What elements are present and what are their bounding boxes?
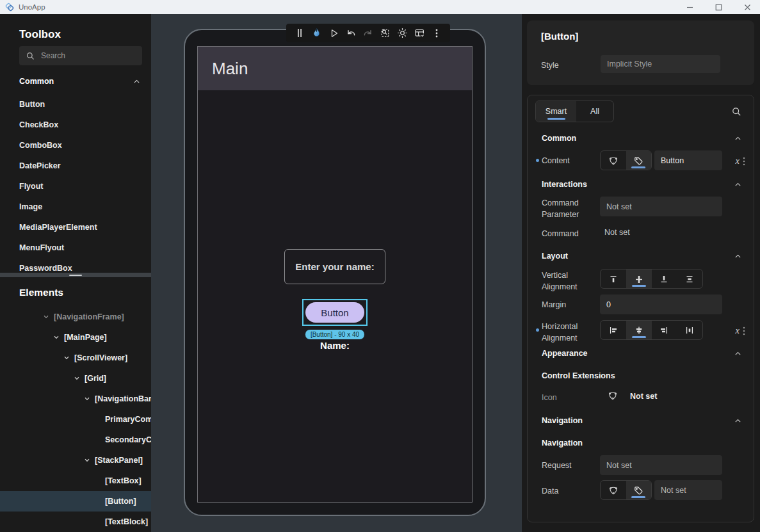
binding-icon[interactable] <box>601 481 626 499</box>
chevron-down-icon[interactable] <box>79 395 95 403</box>
chevron-up-icon[interactable] <box>734 417 742 425</box>
align-left-icon[interactable] <box>601 321 626 339</box>
tree-item-navigationframe[interactable]: [NavigationFrame] <box>0 307 151 327</box>
sidebar-splitter-handle[interactable] <box>0 273 151 277</box>
properties-card: Smart All Common Content <box>527 95 754 522</box>
chevron-down-icon[interactable] <box>59 354 74 362</box>
chevron-up-icon[interactable] <box>734 350 742 358</box>
align-top-icon[interactable] <box>601 270 626 288</box>
toolbox-section-common[interactable]: Common <box>19 77 141 86</box>
uno-designer-window: UnoApp Toolbox Common <box>0 0 760 532</box>
elements-title: Elements <box>19 287 63 298</box>
tab-all[interactable]: All <box>576 101 613 122</box>
section-label: Common <box>19 77 54 86</box>
tree-item-scrollviewer[interactable]: [ScrollViewer] <box>0 348 151 368</box>
tree-item-button[interactable]: [Button] <box>0 491 151 512</box>
section-appearance[interactable]: Appearance <box>542 349 742 358</box>
hot-reload-flame-icon[interactable] <box>310 26 324 40</box>
icon-value[interactable]: Not set <box>630 392 657 401</box>
selected-element-card: [Button] Style Implicit Style <box>527 20 754 85</box>
theme-sun-icon[interactable] <box>396 26 410 40</box>
chevron-up-icon[interactable] <box>133 77 141 86</box>
tree-item-secondarycommands[interactable]: SecondaryCo <box>0 430 151 450</box>
inspect-icon[interactable] <box>378 26 392 40</box>
xaml-x-icon[interactable]: x <box>736 325 740 336</box>
content-editor-switch <box>600 150 652 170</box>
section-title: Common <box>542 134 576 143</box>
toolbox-item-combobox[interactable]: ComboBox <box>0 135 151 156</box>
tree-item-navigationbar[interactable]: [NavigationBar] <box>0 389 151 409</box>
toolbox-item-mediaplayerelement[interactable]: MediaPlayerElement <box>0 217 151 238</box>
drag-handle-icon[interactable] <box>293 26 307 40</box>
toolbox-item-button[interactable]: Button <box>0 94 151 115</box>
command-value[interactable]: Not set <box>604 228 630 237</box>
chevron-up-icon[interactable] <box>734 252 742 261</box>
redo-icon[interactable] <box>361 26 375 40</box>
close-icon[interactable] <box>743 3 751 11</box>
active-editor-indicator <box>631 496 645 498</box>
request-input[interactable]: Not set <box>600 455 722 475</box>
section-interactions[interactable]: Interactions <box>542 180 742 189</box>
data-input[interactable]: Not set <box>654 480 722 500</box>
align-vstretch-icon[interactable] <box>677 270 702 288</box>
active-editor-indicator <box>631 166 645 168</box>
toolbox-item-image[interactable]: Image <box>0 197 151 217</box>
device-frame: Main Enter your name: Button [Button] - … <box>184 29 486 516</box>
align-hcenter-icon[interactable] <box>626 321 652 339</box>
toolbox-item-menuflyout[interactable]: MenuFlyout <box>0 238 151 258</box>
binding-icon[interactable] <box>608 391 618 401</box>
chevron-down-icon[interactable] <box>79 456 95 464</box>
design-canvas: Main Enter your name: Button [Button] - … <box>151 14 522 532</box>
search-input[interactable] <box>41 51 124 60</box>
tag-icon[interactable] <box>626 481 652 499</box>
section-navigation[interactable]: Navigation <box>542 416 742 425</box>
section-title: Appearance <box>542 349 588 358</box>
kebab-icon[interactable] <box>743 326 745 335</box>
binding-icon[interactable] <box>601 151 626 170</box>
minimize-icon[interactable] <box>686 3 693 11</box>
align-vcenter-icon[interactable] <box>626 270 652 288</box>
maximize-icon[interactable] <box>715 3 722 11</box>
command-parameter-input[interactable]: Not set <box>600 197 722 216</box>
tab-smart[interactable]: Smart <box>536 101 576 122</box>
chevron-down-icon[interactable] <box>49 334 64 341</box>
horizontal-alignment-switch <box>600 320 703 340</box>
more-kebab-icon[interactable] <box>430 26 444 40</box>
tree-item-primarycommands[interactable]: PrimaryComm <box>0 409 151 430</box>
modified-dot <box>536 159 539 162</box>
section-layout[interactable]: Layout <box>542 252 742 261</box>
chevron-down-icon[interactable] <box>38 313 54 321</box>
tree-item-textbox[interactable]: [TextBox] <box>0 471 151 491</box>
active-option-indicator <box>632 285 646 287</box>
toolbox-item-flyout[interactable]: Flyout <box>0 176 151 197</box>
tree-item-grid[interactable]: [Grid] <box>0 368 151 389</box>
align-right-icon[interactable] <box>652 321 677 339</box>
align-bottom-icon[interactable] <box>652 270 677 288</box>
tab-label: All <box>590 107 599 116</box>
toolbox-search[interactable] <box>19 46 142 65</box>
chevron-down-icon[interactable] <box>69 375 85 382</box>
tree-item-mainpage[interactable]: [MainPage] <box>0 327 151 348</box>
kebab-icon[interactable] <box>743 157 745 166</box>
properties-search-icon[interactable] <box>731 106 742 117</box>
canvas-button[interactable]: Button <box>305 302 364 323</box>
selection-adorner[interactable]: Button <box>302 299 368 326</box>
panel-check-icon[interactable] <box>412 26 426 40</box>
content-input[interactable]: Button <box>654 150 722 170</box>
toolbox-item-checkbox[interactable]: CheckBox <box>0 115 151 135</box>
style-input[interactable]: Implicit Style <box>601 55 720 73</box>
chevron-up-icon[interactable] <box>734 134 742 143</box>
tag-icon[interactable] <box>626 151 652 170</box>
tree-item-stackpanel[interactable]: [StackPanel] <box>0 450 151 471</box>
xaml-x-icon[interactable]: x <box>736 156 740 166</box>
tree-item-textblock[interactable]: [TextBlock] <box>0 512 151 532</box>
toolbox-item-datepicker[interactable]: DatePicker <box>0 156 151 176</box>
chevron-up-icon[interactable] <box>734 181 742 189</box>
canvas-name-textblock[interactable]: Name: <box>320 340 350 351</box>
undo-icon[interactable] <box>344 26 358 40</box>
section-common[interactable]: Common <box>542 134 742 143</box>
margin-input[interactable]: 0 <box>600 294 722 314</box>
play-icon[interactable] <box>327 26 341 40</box>
align-hstretch-icon[interactable] <box>677 321 702 339</box>
canvas-textbox[interactable]: Enter your name: <box>284 249 385 284</box>
